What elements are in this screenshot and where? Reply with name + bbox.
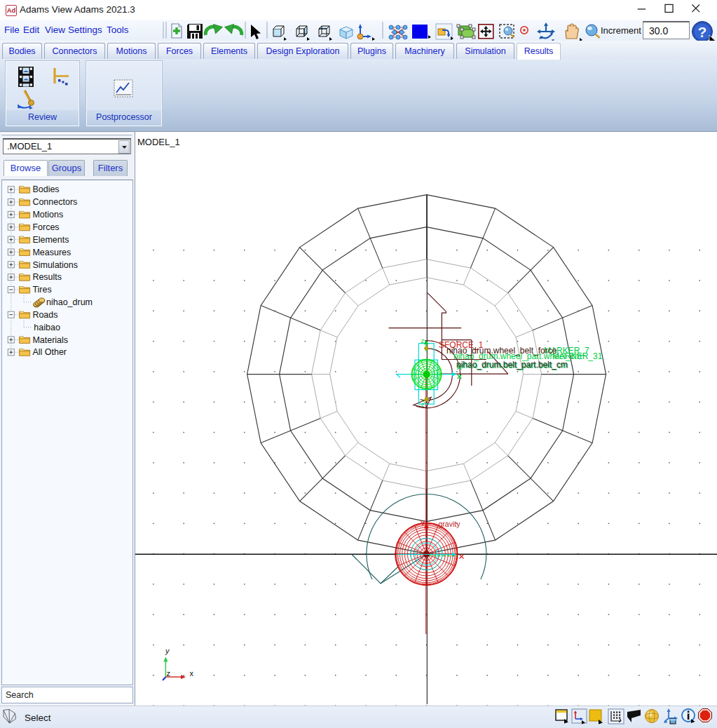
svg-text:Results: Results bbox=[32, 272, 62, 282]
svg-text:Select: Select bbox=[25, 713, 51, 723]
svg-text:nihao_drum.belt_part.belt_cm: nihao_drum.belt_part.belt_cm bbox=[456, 360, 568, 370]
svg-text:gravity: gravity bbox=[439, 520, 461, 528]
svg-text:Z: Z bbox=[421, 338, 425, 344]
svg-text:x: x bbox=[190, 669, 194, 678]
svg-text:Connectors: Connectors bbox=[32, 197, 77, 207]
svg-text:MODEL_1: MODEL_1 bbox=[137, 137, 180, 147]
svg-text:Materials: Materials bbox=[32, 335, 68, 345]
svg-text:Simulations: Simulations bbox=[32, 260, 78, 270]
svg-text:Increment: Increment bbox=[601, 25, 641, 36]
svg-text:nihao_drum: nihao_drum bbox=[46, 297, 93, 307]
svg-text:Z: Z bbox=[421, 402, 425, 408]
svg-text:Measures: Measures bbox=[32, 248, 71, 257]
svg-text:Y: Y bbox=[421, 519, 426, 527]
svg-text:nihao_drum.wheel_belt_force: nihao_drum.wheel_belt_force bbox=[446, 346, 557, 356]
svg-text:Roads: Roads bbox=[32, 310, 57, 320]
svg-text:Elements: Elements bbox=[32, 235, 69, 245]
svg-text:?: ? bbox=[698, 24, 707, 40]
svg-text:z: z bbox=[167, 669, 171, 678]
svg-text:Bodies: Bodies bbox=[32, 184, 59, 194]
svg-text:Tires: Tires bbox=[32, 285, 51, 295]
svg-text:Motions: Motions bbox=[32, 210, 63, 220]
svg-text:haibao: haibao bbox=[34, 323, 60, 332]
svg-text:Forces: Forces bbox=[32, 222, 59, 232]
svg-text:All Other: All Other bbox=[32, 347, 67, 357]
svg-text:y: y bbox=[165, 647, 170, 655]
